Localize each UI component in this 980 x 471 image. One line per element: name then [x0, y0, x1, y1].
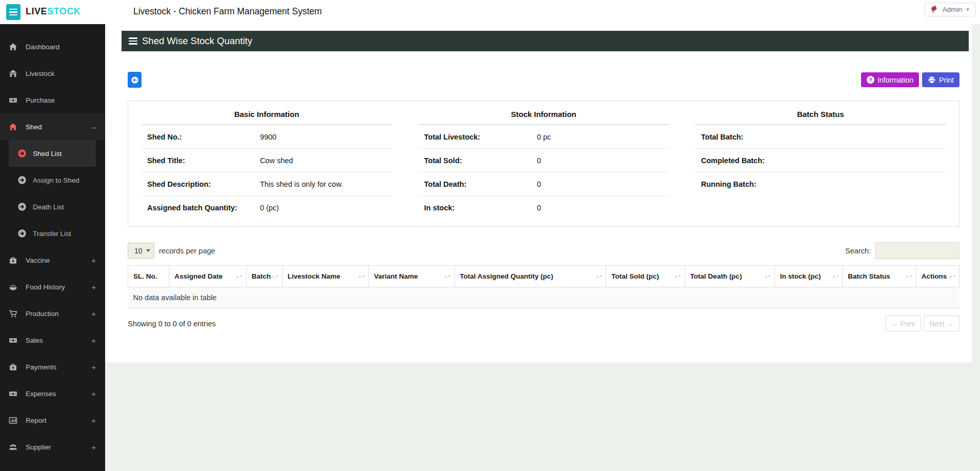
sidebar-subitem-transfer-list[interactable]: Transfer List	[9, 220, 96, 247]
topbar: LIVESTOCK Livestock - Chicken Farm Manag…	[0, 0, 980, 24]
money-icon	[9, 389, 19, 398]
info-row-in-stock: In stock: 0	[418, 196, 669, 219]
arrow-circle-left-icon	[131, 76, 139, 84]
empty-table-message: No data available in table	[128, 287, 959, 308]
sidebar-subitem-shed-list[interactable]: Shed List	[9, 140, 96, 167]
money-icon	[9, 336, 19, 345]
sidebar-item-expenses[interactable]: Expenses +	[0, 380, 105, 407]
admin-menu-button[interactable]: Admin ▼	[925, 3, 975, 16]
column-header-in-stock[interactable]: In stock (pc)▲▼	[775, 266, 843, 287]
sidebar-item-purchase[interactable]: Purchase	[0, 87, 105, 113]
basic-information-section: Basic Information Shed No.: 9900 Shed Ti…	[128, 105, 405, 219]
next-page-button[interactable]: Next →	[924, 316, 959, 331]
sort-icon: ▲▼	[764, 275, 771, 278]
sidebar-subitem-assign-to-shed[interactable]: Assign to Shed	[9, 167, 96, 193]
panel-menu-icon[interactable]	[129, 37, 137, 45]
expand-plus-icon: +	[91, 389, 96, 398]
search-label: Search:	[845, 247, 871, 255]
prev-page-button[interactable]: ← Prev	[885, 316, 921, 331]
info-row-total-sold: Total Sold: 0	[418, 149, 669, 172]
search-input[interactable]	[875, 242, 959, 259]
sidebar-item-label: Supplier	[26, 443, 51, 451]
column-header-total-assigned-quantity[interactable]: Total Assigned Quantity (pc)▲▼	[454, 266, 606, 287]
sidebar-subitem-label: Shed List	[33, 150, 62, 158]
users-icon	[9, 443, 19, 452]
sidebar-subitem-label: Death List	[33, 203, 64, 211]
column-header-batch[interactable]: Batch▲▼	[246, 266, 282, 287]
sort-icon: ▲▼	[236, 275, 243, 278]
bar-chart-icon	[9, 416, 19, 425]
sort-icon: ▲▼	[674, 275, 682, 278]
home-icon	[9, 43, 19, 51]
sort-icon: ▲▼	[906, 275, 913, 278]
expand-plus-icon: +	[91, 443, 96, 452]
column-header-total-sold[interactable]: Total Sold (pc)▲▼	[606, 266, 685, 287]
stock-information-section: Stock Information Total Livestock: 0 pc …	[405, 105, 682, 219]
app-window: LIVESTOCK Livestock - Chicken Farm Manag…	[0, 0, 980, 471]
home-icon	[9, 123, 19, 131]
sidebar-item-label: Livestock	[26, 70, 54, 77]
stock-table: SL. No. Assigned Date▲▼ Batch▲▼ Livestoc…	[128, 265, 959, 308]
expand-plus-icon: +	[91, 256, 96, 265]
expand-plus-icon: +	[91, 363, 96, 371]
brand-logo-suffix: STOCK	[47, 6, 81, 16]
brand-logo[interactable]: LIVESTOCK	[26, 6, 81, 17]
info-row-running-batch: Running Batch:	[695, 172, 946, 195]
records-per-page-select[interactable]: 10	[128, 243, 154, 259]
shed-info-box: Basic Information Shed No.: 9900 Shed Ti…	[128, 101, 959, 227]
print-button[interactable]: Print	[922, 72, 959, 87]
sort-icon: ▲▼	[832, 275, 839, 278]
sidebar-item-label: Expenses	[26, 390, 56, 398]
medkit-icon	[9, 256, 19, 265]
sidebar-item-vaccine[interactable]: Vaccine +	[0, 247, 105, 273]
sidebar-item-payments[interactable]: Payments +	[0, 354, 105, 380]
sidebar-item-label: Shed	[26, 123, 42, 131]
info-row-completed-batch: Completed Batch:	[695, 149, 946, 172]
column-header-assigned-date[interactable]: Assigned Date▲▼	[169, 266, 246, 287]
information-button-label: Information	[877, 76, 913, 84]
sidebar-item-supplier[interactable]: Supplier +	[0, 434, 105, 460]
column-header-actions[interactable]: Actions▲▼	[916, 266, 959, 287]
sidebar-item-report[interactable]: Report +	[0, 407, 105, 434]
sidebar-item-label: Report	[26, 417, 47, 424]
arrow-circle-icon	[17, 149, 27, 158]
table-summary: Showing 0 to 0 of 0 entries	[128, 320, 216, 328]
arrow-circle-icon	[17, 229, 27, 238]
back-button[interactable]	[128, 72, 142, 88]
barn-icon	[9, 69, 19, 78]
sidebar-item-livestock[interactable]: Livestock	[0, 60, 105, 87]
sidebar-item-food-history[interactable]: Food History +	[0, 273, 105, 300]
sidebar-item-label: Sales	[26, 337, 43, 344]
panel-title: Shed Wise Stock Quantity	[142, 35, 252, 47]
column-header-sl-no: SL. No.	[128, 266, 169, 287]
sidebar-item-label: Food History	[26, 283, 65, 291]
expand-plus-icon: +	[91, 309, 96, 318]
section-title: Batch Status	[695, 105, 946, 125]
info-row-shed-no: Shed No.: 9900	[141, 125, 392, 149]
sidebar-item-label: Dashboard	[26, 43, 59, 51]
information-button[interactable]: ? Information	[861, 72, 919, 87]
sidebar-item-shed[interactable]: Shed –	[0, 113, 105, 140]
sidebar-subitem-death-list[interactable]: Death List	[9, 193, 96, 220]
collapse-minus-icon: –	[92, 123, 96, 131]
column-header-livestock-name[interactable]: Livestock Name▲▼	[282, 266, 368, 287]
sidebar-item-label: Purchase	[26, 96, 55, 104]
info-row-assigned-batch-quantity: Assigned batch Quantity: 0 (pc)	[141, 196, 392, 219]
empty-table-row: No data available in table	[128, 287, 959, 308]
info-row-total-batch: Total Batch:	[695, 125, 946, 149]
sidebar-item-production[interactable]: Production +	[0, 300, 105, 327]
column-header-batch-status[interactable]: Batch Status▲▼	[843, 266, 916, 287]
sidebar-toggle-button[interactable]	[6, 4, 21, 20]
sidebar-subitem-label: Transfer List	[33, 230, 71, 238]
sort-icon: ▲▼	[595, 275, 603, 278]
column-header-variant-name[interactable]: Variant Name▲▼	[369, 266, 454, 287]
sidebar-item-label: Production	[26, 310, 59, 318]
sidebar-item-sales[interactable]: Sales +	[0, 327, 105, 354]
arrow-circle-icon	[17, 175, 27, 185]
sidebar-item-dashboard[interactable]: Dashboard	[0, 33, 105, 60]
column-header-total-death[interactable]: Total Death (pc)▲▼	[685, 266, 774, 287]
cart-icon	[9, 309, 19, 318]
batch-status-section: Batch Status Total Batch: Completed Batc…	[682, 105, 959, 219]
caret-down-icon: ▼	[965, 7, 970, 12]
rooster-icon	[930, 5, 939, 14]
